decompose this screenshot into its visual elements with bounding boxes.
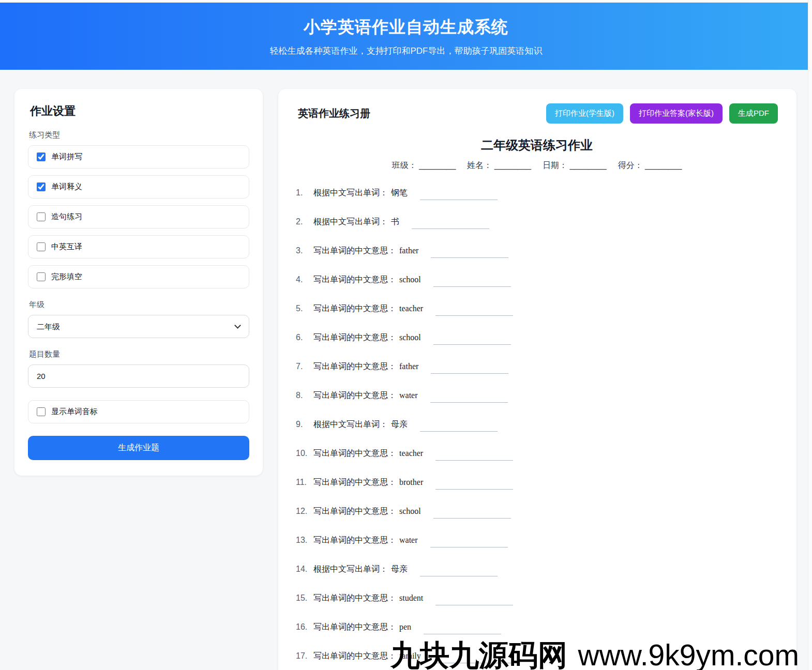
question-row: 13.写出单词的中文意思：water xyxy=(296,535,778,545)
answer-blank-line xyxy=(424,634,501,634)
question-number: 7. xyxy=(296,362,313,371)
answer-blank-line xyxy=(430,547,508,547)
answer-blank-line xyxy=(433,344,511,345)
answer-blank-line xyxy=(431,373,508,374)
exercise-type-option[interactable]: 单词释义 xyxy=(28,175,249,199)
app-header: 小学英语作业自动生成系统 轻松生成各种英语作业，支持打印和PDF导出，帮助孩子巩… xyxy=(0,3,812,70)
question-word: pen xyxy=(399,622,411,632)
question-word: 钢笔 xyxy=(391,188,408,199)
question-prompt: 根据中文写出单词： xyxy=(313,419,388,430)
exercise-type-checkbox[interactable] xyxy=(37,272,46,281)
exercise-type-label: 单词拼写 xyxy=(51,152,82,162)
question-number: 8. xyxy=(296,391,313,400)
question-row: 16.写出单词的中文意思：pen xyxy=(296,622,778,632)
question-row: 5.写出单词的中文意思：teacher xyxy=(296,303,778,314)
question-row: 3.写出单词的中文意思：father xyxy=(296,246,778,256)
worksheet-title: 二年级英语练习作业 xyxy=(296,137,778,154)
exercise-type-option[interactable]: 中英互译 xyxy=(28,235,249,258)
print-parent-answers-button[interactable]: 打印作业答案(家长版) xyxy=(630,103,723,124)
page-content: 作业设置 练习类型 单词拼写单词释义造句练习中英互译完形填空 年级 二年级 题目… xyxy=(0,70,812,670)
phonetic-label: 显示单词音标 xyxy=(51,407,98,417)
question-word: teacher xyxy=(399,449,423,458)
app-subtitle: 轻松生成各种英语作业，支持打印和PDF导出，帮助孩子巩固英语知识 xyxy=(270,45,543,57)
question-number: 13. xyxy=(296,536,313,545)
worksheet-toolbar: 英语作业练习册 打印作业(学生版) 打印作业答案(家长版) 生成PDF xyxy=(296,103,778,124)
settings-title: 作业设置 xyxy=(30,103,249,119)
exercise-type-group-label: 练习类型 xyxy=(29,130,249,140)
worksheet-panel-title: 英语作业练习册 xyxy=(298,106,370,120)
question-number: 10. xyxy=(296,449,313,458)
answer-blank-line xyxy=(435,315,513,316)
question-count-input[interactable] xyxy=(28,364,249,388)
exercise-type-checkbox[interactable] xyxy=(37,153,46,161)
exercise-type-checkbox[interactable] xyxy=(37,212,46,221)
question-prompt: 写出单词的中文意思： xyxy=(313,622,396,633)
question-word: school xyxy=(399,333,421,342)
question-prompt: 写出单词的中文意思： xyxy=(313,361,396,372)
question-number: 4. xyxy=(296,275,313,284)
generate-homework-button[interactable]: 生成作业题 xyxy=(28,436,249,460)
question-row: 7.写出单词的中文意思：father xyxy=(296,361,778,372)
question-prompt: 根据中文写出单词： xyxy=(313,217,388,227)
question-word: father xyxy=(399,362,418,371)
generate-pdf-button[interactable]: 生成PDF xyxy=(729,103,778,124)
question-word: student xyxy=(399,593,423,603)
answer-blank-line xyxy=(435,489,513,490)
question-word: father xyxy=(399,246,418,255)
exercise-type-checkbox[interactable] xyxy=(37,182,46,191)
question-number: 2. xyxy=(296,217,313,226)
question-row: 12.写出单词的中文意思：school xyxy=(296,506,778,516)
exercise-type-label: 单词释义 xyxy=(51,182,82,192)
question-prompt: 写出单词的中文意思： xyxy=(313,332,396,343)
answer-blank-line xyxy=(420,576,498,576)
answer-blank-line xyxy=(431,257,508,258)
exercise-type-option[interactable]: 完形填空 xyxy=(28,265,249,288)
question-word: 母亲 xyxy=(391,564,408,575)
question-row: 10.写出单词的中文意思：teacher xyxy=(296,448,778,459)
grade-select-wrap: 二年级 xyxy=(28,315,249,338)
question-word: 书 xyxy=(391,217,399,227)
phonetic-checkbox[interactable] xyxy=(37,407,46,416)
worksheet-actions: 打印作业(学生版) 打印作业答案(家长版) 生成PDF xyxy=(546,103,778,124)
scrollbar[interactable] xyxy=(808,0,812,670)
question-row: 15.写出单词的中文意思：student xyxy=(296,593,778,603)
question-number: 17. xyxy=(296,651,313,661)
answer-blank-line xyxy=(433,286,511,287)
grade-select[interactable]: 二年级 xyxy=(28,315,249,338)
question-prompt: 写出单词的中文意思： xyxy=(313,448,396,459)
answer-blank-line xyxy=(435,460,513,461)
watermark-cn-text: 九块九源码网 xyxy=(390,639,567,670)
exercise-type-option[interactable]: 单词拼写 xyxy=(28,145,249,169)
question-prompt: 写出单词的中文意思： xyxy=(313,593,396,604)
grade-label: 年级 xyxy=(29,300,249,310)
question-count-label: 题目数量 xyxy=(29,349,249,359)
question-list: 1.根据中文写出单词：钢笔2.根据中文写出单词：书3.写出单词的中文意思：fat… xyxy=(296,188,778,661)
phonetic-option[interactable]: 显示单词音标 xyxy=(28,400,249,423)
question-prompt: 写出单词的中文意思： xyxy=(313,651,396,662)
worksheet-info-field: 姓名： ________ xyxy=(467,161,531,170)
question-row: 9.根据中文写出单词：母亲 xyxy=(296,419,778,430)
question-prompt: 写出单词的中文意思： xyxy=(313,303,396,314)
question-prompt: 写出单词的中文意思： xyxy=(313,390,396,401)
question-row: 1.根据中文写出单词：钢笔 xyxy=(296,188,778,198)
question-word: 母亲 xyxy=(391,419,408,430)
exercise-type-option[interactable]: 造句练习 xyxy=(28,205,249,229)
exercise-type-label: 中英互译 xyxy=(51,242,82,252)
print-student-button[interactable]: 打印作业(学生版) xyxy=(546,103,623,124)
question-row: 2.根据中文写出单词：书 xyxy=(296,217,778,227)
question-prompt: 写出单词的中文意思： xyxy=(313,275,396,285)
question-number: 5. xyxy=(296,304,313,313)
exercise-type-checkbox[interactable] xyxy=(37,242,46,251)
question-number: 1. xyxy=(296,188,313,197)
question-prompt: 根据中文写出单词： xyxy=(313,188,388,199)
answer-blank-line xyxy=(420,431,498,432)
worksheet-info-field: 日期： ________ xyxy=(543,161,607,170)
worksheet-info-field: 班级： ________ xyxy=(392,161,456,170)
question-prompt: 写出单词的中文意思： xyxy=(313,246,396,256)
watermark: 九块九源码网 www.9k9ym.com xyxy=(390,641,799,670)
question-number: 12. xyxy=(296,507,313,516)
question-word: water xyxy=(399,391,418,400)
question-row: 4.写出单词的中文意思：school xyxy=(296,275,778,285)
settings-panel: 作业设置 练习类型 单词拼写单词释义造句练习中英互译完形填空 年级 二年级 题目… xyxy=(14,89,263,476)
exercise-type-label: 完形填空 xyxy=(51,272,82,282)
